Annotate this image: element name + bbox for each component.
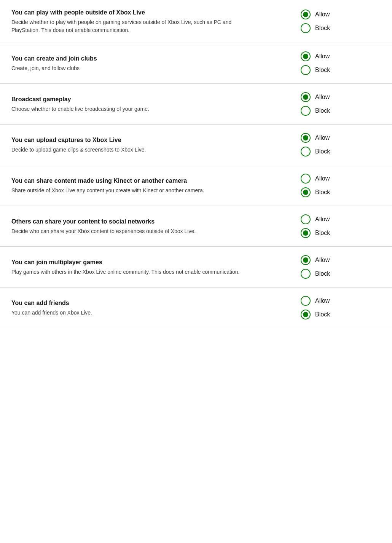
block-label-upload-captures: Block bbox=[315, 148, 330, 155]
allow-radio-others-share-social[interactable] bbox=[301, 214, 311, 224]
block-radio-upload-captures[interactable] bbox=[301, 147, 311, 157]
setting-row-create-join-clubs: You can create and join clubsCreate, joi… bbox=[0, 43, 392, 84]
setting-title-share-kinect-content: You can share content made using Kinect … bbox=[11, 177, 240, 185]
setting-controls-others-share-social: AllowBlock bbox=[301, 214, 381, 238]
setting-desc-broadcast-gameplay: Choose whether to enable live broadcasti… bbox=[11, 105, 240, 113]
block-radio-create-join-clubs[interactable] bbox=[301, 65, 311, 75]
allow-radio-share-kinect-content[interactable] bbox=[301, 174, 311, 184]
setting-desc-join-multiplayer: Play games with others in the Xbox Live … bbox=[11, 268, 240, 276]
setting-row-add-friends: You can add friendsYou can add friends o… bbox=[0, 287, 392, 328]
block-option-broadcast-gameplay[interactable]: Block bbox=[301, 106, 330, 116]
block-option-others-share-social[interactable]: Block bbox=[301, 228, 330, 238]
setting-desc-others-share-social: Decide who can share your Xbox content t… bbox=[11, 227, 240, 235]
allow-option-create-join-clubs[interactable]: Allow bbox=[301, 51, 330, 61]
block-label-play-outside-xbox: Block bbox=[315, 25, 330, 32]
block-option-play-outside-xbox[interactable]: Block bbox=[301, 23, 330, 33]
allow-radio-add-friends[interactable] bbox=[301, 296, 311, 306]
setting-controls-share-kinect-content: AllowBlock bbox=[301, 174, 381, 197]
allow-label-upload-captures: Allow bbox=[315, 134, 330, 141]
allow-option-broadcast-gameplay[interactable]: Allow bbox=[301, 92, 330, 102]
setting-row-play-outside-xbox: You can play with people outside of Xbox… bbox=[0, 0, 392, 43]
setting-text-broadcast-gameplay: Broadcast gameplayChoose whether to enab… bbox=[11, 95, 255, 113]
allow-option-upload-captures[interactable]: Allow bbox=[301, 133, 330, 143]
block-option-add-friends[interactable]: Block bbox=[301, 310, 330, 319]
setting-controls-join-multiplayer: AllowBlock bbox=[301, 255, 381, 279]
allow-label-others-share-social: Allow bbox=[315, 216, 330, 223]
allow-radio-create-join-clubs[interactable] bbox=[301, 51, 311, 61]
setting-controls-create-join-clubs: AllowBlock bbox=[301, 51, 381, 75]
allow-label-join-multiplayer: Allow bbox=[315, 257, 330, 264]
block-label-others-share-social: Block bbox=[315, 230, 330, 236]
setting-controls-add-friends: AllowBlock bbox=[301, 296, 381, 319]
setting-row-upload-captures: You can upload captures to Xbox LiveDeci… bbox=[0, 125, 392, 165]
setting-desc-create-join-clubs: Create, join, and follow clubs bbox=[11, 64, 240, 72]
allow-radio-broadcast-gameplay[interactable] bbox=[301, 92, 311, 102]
block-label-add-friends: Block bbox=[315, 311, 330, 318]
setting-text-join-multiplayer: You can join multiplayer gamesPlay games… bbox=[11, 258, 255, 276]
setting-text-share-kinect-content: You can share content made using Kinect … bbox=[11, 177, 255, 195]
block-label-broadcast-gameplay: Block bbox=[315, 107, 330, 114]
setting-controls-upload-captures: AllowBlock bbox=[301, 133, 381, 157]
allow-radio-upload-captures[interactable] bbox=[301, 133, 311, 143]
setting-controls-play-outside-xbox: AllowBlock bbox=[301, 10, 381, 33]
settings-list: You can play with people outside of Xbox… bbox=[0, 0, 392, 328]
setting-desc-play-outside-xbox: Decide whether to play with people on ga… bbox=[11, 18, 240, 34]
setting-title-upload-captures: You can upload captures to Xbox Live bbox=[11, 136, 240, 144]
block-label-share-kinect-content: Block bbox=[315, 189, 330, 196]
allow-label-create-join-clubs: Allow bbox=[315, 53, 330, 60]
setting-title-create-join-clubs: You can create and join clubs bbox=[11, 54, 240, 63]
setting-title-play-outside-xbox: You can play with people outside of Xbox… bbox=[11, 8, 240, 17]
allow-option-share-kinect-content[interactable]: Allow bbox=[301, 174, 330, 184]
block-radio-add-friends[interactable] bbox=[301, 310, 311, 319]
block-radio-broadcast-gameplay[interactable] bbox=[301, 106, 311, 116]
setting-title-join-multiplayer: You can join multiplayer games bbox=[11, 258, 240, 267]
setting-text-upload-captures: You can upload captures to Xbox LiveDeci… bbox=[11, 136, 255, 154]
setting-title-add-friends: You can add friends bbox=[11, 299, 240, 307]
setting-desc-share-kinect-content: Share outside of Xbox Live any content y… bbox=[11, 187, 240, 195]
block-label-create-join-clubs: Block bbox=[315, 67, 330, 73]
block-label-join-multiplayer: Block bbox=[315, 270, 330, 277]
allow-option-add-friends[interactable]: Allow bbox=[301, 296, 330, 306]
allow-radio-play-outside-xbox[interactable] bbox=[301, 10, 311, 19]
allow-label-add-friends: Allow bbox=[315, 297, 330, 304]
setting-desc-upload-captures: Decide to upload game clips & screenshot… bbox=[11, 146, 240, 154]
allow-label-play-outside-xbox: Allow bbox=[315, 11, 330, 18]
allow-label-broadcast-gameplay: Allow bbox=[315, 94, 330, 101]
setting-text-others-share-social: Others can share your content to social … bbox=[11, 217, 255, 235]
setting-row-join-multiplayer: You can join multiplayer gamesPlay games… bbox=[0, 247, 392, 287]
block-radio-share-kinect-content[interactable] bbox=[301, 187, 311, 197]
setting-text-add-friends: You can add friendsYou can add friends o… bbox=[11, 299, 255, 317]
setting-row-share-kinect-content: You can share content made using Kinect … bbox=[0, 165, 392, 206]
allow-option-play-outside-xbox[interactable]: Allow bbox=[301, 10, 330, 19]
block-radio-others-share-social[interactable] bbox=[301, 228, 311, 238]
setting-row-broadcast-gameplay: Broadcast gameplayChoose whether to enab… bbox=[0, 84, 392, 125]
setting-desc-add-friends: You can add friends on Xbox Live. bbox=[11, 309, 240, 317]
setting-title-broadcast-gameplay: Broadcast gameplay bbox=[11, 95, 240, 104]
block-option-share-kinect-content[interactable]: Block bbox=[301, 187, 330, 197]
setting-title-others-share-social: Others can share your content to social … bbox=[11, 217, 240, 226]
block-radio-play-outside-xbox[interactable] bbox=[301, 23, 311, 33]
allow-option-others-share-social[interactable]: Allow bbox=[301, 214, 330, 224]
block-radio-join-multiplayer[interactable] bbox=[301, 269, 311, 279]
setting-text-play-outside-xbox: You can play with people outside of Xbox… bbox=[11, 8, 255, 34]
block-option-upload-captures[interactable]: Block bbox=[301, 147, 330, 157]
allow-label-share-kinect-content: Allow bbox=[315, 175, 330, 182]
allow-radio-join-multiplayer[interactable] bbox=[301, 255, 311, 265]
setting-row-others-share-social: Others can share your content to social … bbox=[0, 206, 392, 247]
setting-controls-broadcast-gameplay: AllowBlock bbox=[301, 92, 381, 116]
block-option-join-multiplayer[interactable]: Block bbox=[301, 269, 330, 279]
block-option-create-join-clubs[interactable]: Block bbox=[301, 65, 330, 75]
setting-text-create-join-clubs: You can create and join clubsCreate, joi… bbox=[11, 54, 255, 72]
allow-option-join-multiplayer[interactable]: Allow bbox=[301, 255, 330, 265]
